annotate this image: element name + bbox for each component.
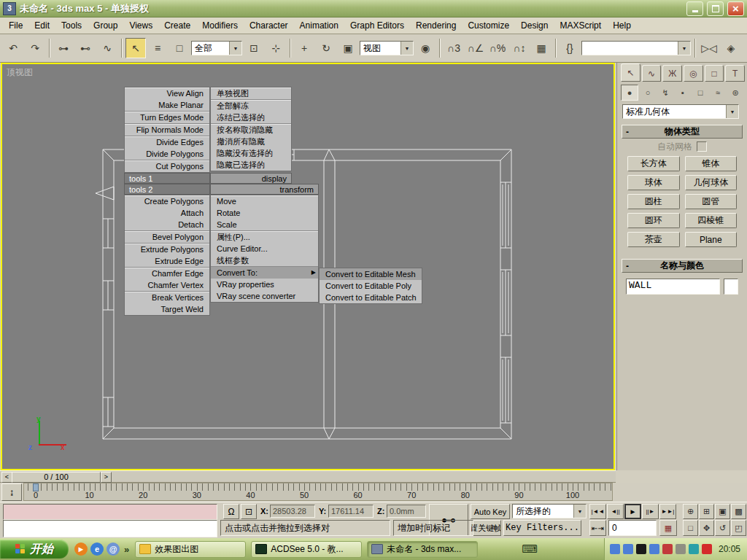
percent-snap-icon[interactable]: ∩% bbox=[487, 38, 508, 58]
menu-help[interactable]: Help bbox=[607, 18, 637, 33]
named-selection-sets-icon[interactable]: ▦ bbox=[531, 38, 551, 58]
quad-menu-item[interactable]: Attach bbox=[125, 207, 209, 219]
object-type-rollout-header[interactable]: - 物体类型 bbox=[622, 125, 743, 139]
tray-storage-icon[interactable] bbox=[662, 544, 673, 554]
quad-menu-item[interactable]: View Align bbox=[125, 88, 209, 99]
cameras-icon[interactable]: ▪ bbox=[675, 85, 691, 100]
mirror-icon[interactable]: ▷◁ bbox=[699, 38, 719, 58]
media-player-icon[interactable]: ► bbox=[74, 542, 88, 556]
object-button-圆柱[interactable]: 圆柱 bbox=[627, 194, 680, 209]
add-time-tag-button[interactable]: 增加时间标记 bbox=[393, 520, 473, 536]
autogrid-checkbox[interactable] bbox=[697, 141, 707, 152]
select-object-icon[interactable]: ↖ bbox=[125, 38, 146, 58]
space-warps-icon[interactable]: ≈ bbox=[710, 85, 726, 100]
start-button[interactable]: 开始 bbox=[0, 540, 69, 559]
tray-network-2-icon[interactable] bbox=[623, 544, 633, 554]
object-name-field[interactable]: WALL bbox=[626, 279, 720, 295]
time-slider[interactable]: < 0 / 100 > bbox=[0, 470, 616, 483]
select-and-rotate-icon[interactable]: ↻ bbox=[316, 38, 336, 58]
absolute-offset-toggle[interactable]: ⊡ bbox=[241, 504, 257, 519]
menu-graph-editors[interactable]: Graph Editors bbox=[344, 18, 410, 33]
min-max-toggle-icon[interactable]: ◰ bbox=[731, 520, 746, 536]
key-filter-selection-dropdown[interactable]: 所选择的 bbox=[512, 504, 587, 518]
quad-menu-item[interactable]: Scale bbox=[211, 219, 318, 230]
undo-icon[interactable]: ↶ bbox=[3, 38, 23, 58]
set-keys-button[interactable]: 置关键帧 bbox=[471, 520, 501, 536]
quad-menu-item[interactable]: 隐藏已选择的 bbox=[211, 159, 291, 171]
quad-menu-item[interactable]: Detach bbox=[125, 219, 209, 230]
ie-icon[interactable]: e bbox=[90, 542, 104, 556]
object-button-球体[interactable]: 球体 bbox=[627, 175, 680, 190]
helpers-icon[interactable]: □ bbox=[692, 85, 708, 100]
object-button-四棱锥[interactable]: 四棱锥 bbox=[685, 213, 738, 228]
submenu-item[interactable]: Convert to Editable Mesh bbox=[320, 268, 422, 280]
quad-title-transform[interactable]: transform bbox=[210, 184, 319, 195]
quad-menu-item[interactable]: 单独视图 bbox=[211, 88, 291, 99]
submenu-item[interactable]: Convert to Editable Patch bbox=[320, 292, 422, 303]
menu-file[interactable]: File bbox=[3, 18, 28, 33]
object-button-锥体[interactable]: 锥体 bbox=[685, 156, 738, 171]
quad-title-tools1[interactable]: tools 1 bbox=[124, 173, 210, 184]
quad-menu-item[interactable]: Move bbox=[211, 195, 318, 207]
quad-menu-item[interactable]: 属性(P)... bbox=[211, 231, 318, 243]
unlink-selection-icon[interactable]: ⊷ bbox=[75, 38, 96, 58]
quad-menu-item[interactable]: 冻结已选择的 bbox=[211, 112, 291, 123]
menu-rendering[interactable]: Rendering bbox=[410, 18, 462, 33]
select-and-link-icon[interactable]: ⊶ bbox=[53, 38, 74, 58]
previous-frame-arrow[interactable]: < bbox=[1, 472, 12, 483]
submenu-item[interactable]: Convert to Editable Poly bbox=[320, 280, 422, 292]
select-by-name-icon[interactable]: ≡ bbox=[147, 38, 168, 58]
menu-create[interactable]: Create bbox=[158, 18, 196, 33]
quad-menu-item[interactable]: Make Planar bbox=[125, 99, 209, 111]
modify-tab-icon[interactable]: ∿ bbox=[642, 65, 662, 82]
shapes-icon[interactable]: ○ bbox=[640, 85, 656, 100]
display-tab-icon[interactable]: □ bbox=[705, 65, 724, 82]
systems-icon[interactable]: ⊛ bbox=[727, 85, 743, 100]
angle-snap-icon[interactable]: ∩∠ bbox=[465, 38, 486, 58]
chevron-down-icon[interactable] bbox=[726, 105, 738, 118]
tray-volume-icon[interactable] bbox=[676, 544, 686, 554]
auto-key-button[interactable]: Auto Key bbox=[471, 504, 510, 519]
snap-toggle-icon[interactable]: ∩3 bbox=[444, 38, 464, 58]
quad-menu-item[interactable]: Bevel Polygon bbox=[125, 231, 209, 243]
tray-network-3-icon[interactable] bbox=[649, 544, 659, 554]
quad-menu-item[interactable]: Divide Polygons bbox=[125, 148, 209, 160]
quad-menu-item[interactable]: Chamfer Edge bbox=[125, 268, 209, 279]
mail-icon[interactable]: @ bbox=[107, 542, 120, 556]
window-crossing-icon[interactable]: ⊡ bbox=[244, 38, 264, 58]
play-button[interactable]: ► bbox=[624, 504, 641, 519]
reference-coordinate-dropdown[interactable]: 视图 bbox=[360, 41, 414, 55]
minimize-button[interactable] bbox=[686, 1, 703, 16]
quick-launch-more-icon[interactable]: » bbox=[123, 544, 131, 555]
z-coordinate-field[interactable]: 0.0mm bbox=[387, 505, 426, 518]
key-filters-button[interactable]: Key Filters... bbox=[503, 520, 581, 536]
zoom-all-icon[interactable]: ⊞ bbox=[699, 504, 714, 519]
current-frame-marker[interactable] bbox=[33, 483, 39, 491]
align-icon[interactable]: ◈ bbox=[721, 38, 741, 58]
object-button-长方体[interactable]: 长方体 bbox=[627, 156, 680, 171]
restore-button[interactable] bbox=[707, 1, 724, 16]
keyboard-override-icon[interactable]: {} bbox=[560, 38, 580, 58]
quad-menu-item[interactable]: Target Weld bbox=[125, 303, 209, 315]
quad-menu-item[interactable]: VRay scene converter bbox=[211, 290, 318, 302]
y-coordinate-field[interactable]: 17611.14 bbox=[328, 505, 374, 518]
maxscript-listener-macro-field[interactable] bbox=[3, 504, 217, 520]
quad-title-display[interactable]: display bbox=[210, 173, 292, 184]
quad-menu-item[interactable]: 线框参数 bbox=[211, 254, 318, 266]
object-button-几何球体[interactable]: 几何球体 bbox=[685, 175, 738, 190]
menu-maxscript[interactable]: MAXScript bbox=[554, 18, 607, 33]
trackbar-toggle-icon[interactable]: ↨ bbox=[1, 483, 22, 501]
quad-menu-item[interactable]: Flip Normals Mode bbox=[125, 124, 209, 136]
quad-menu-item[interactable]: Convert To:▶ bbox=[211, 267, 318, 279]
selection-filter-dropdown[interactable]: 全部 bbox=[191, 41, 242, 55]
named-selection-dropdown[interactable] bbox=[581, 41, 691, 55]
chevron-down-icon[interactable] bbox=[573, 505, 586, 518]
zoom-region-icon[interactable]: □ bbox=[683, 520, 698, 536]
chevron-down-icon[interactable] bbox=[400, 42, 413, 55]
menu-customize[interactable]: Customize bbox=[462, 18, 515, 33]
quad-menu-item[interactable]: Cut Polygons bbox=[125, 160, 209, 172]
menu-character[interactable]: Character bbox=[244, 18, 294, 33]
key-mode-toggle[interactable]: ⇤⇥ bbox=[589, 520, 606, 536]
chevron-down-icon[interactable] bbox=[229, 42, 241, 55]
object-button-茶壶[interactable]: 茶壶 bbox=[627, 232, 680, 247]
